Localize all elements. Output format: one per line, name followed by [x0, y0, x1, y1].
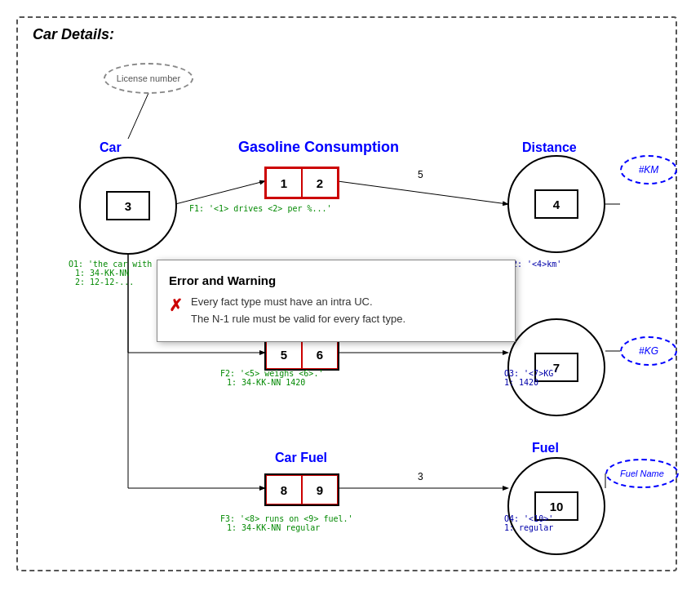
ann-o3-val: 1: 1420: [504, 378, 558, 387]
car-circle: 3: [79, 157, 177, 255]
gc-role2: 2: [302, 168, 338, 198]
cf-fact-box: 8 9: [264, 473, 339, 506]
car-details-title: Car Details:: [33, 26, 114, 43]
svg-line-2: [338, 181, 507, 204]
wt-role2: 6: [302, 340, 338, 369]
error-dialog-title: Error and Warning: [169, 273, 500, 287]
car-label: Car: [100, 140, 122, 155]
license-oval: License number: [104, 63, 193, 94]
ann-f3-val: 1: 34-KK-NN regular: [220, 523, 353, 532]
dist-entity-rect: 4: [534, 189, 578, 219]
svg-line-1: [175, 181, 264, 204]
f1-annotations: F1: '<1> drives <2> per %...': [189, 204, 332, 213]
km-oval-label: #KM: [639, 164, 659, 176]
car-entity-rect: 3: [106, 191, 150, 220]
km-oval: #KM: [620, 155, 677, 184]
fuelname-oval-label: Fuel Name: [620, 469, 664, 478]
fuel-label: Fuel: [532, 441, 559, 455]
fuelname-oval: Fuel Name: [605, 459, 679, 488]
ann-f2: F2: '<5> weighs <6>.': [220, 369, 323, 378]
error-dialog: Error and Warning ✗ Every fact type must…: [157, 260, 516, 342]
distance-circle: 4: [507, 155, 605, 253]
weight-circle: 7: [507, 318, 605, 416]
o4-annotation: O4: '<10>' 1: regular: [504, 514, 553, 532]
line-num-5: 5: [418, 169, 423, 180]
error-icon: ✗: [169, 296, 183, 315]
f2-annotations: F2: '<5> weighs <6>.' 1: 34-KK-NN 1420: [220, 369, 323, 387]
ann-f1: F1: '<1> drives <2> per %...': [189, 204, 332, 213]
cf-role2: 9: [302, 475, 338, 504]
distance-label: Distance: [522, 140, 577, 155]
error-dialog-body: ✗ Every fact type must have an intra UC.…: [169, 294, 500, 328]
error-message: Every fact type must have an intra UC. T…: [191, 294, 405, 328]
wt-fact-box: 5 6: [264, 338, 339, 371]
ann-o4: O4: '<10>': [504, 514, 553, 523]
kg-oval-label: #KG: [639, 345, 658, 357]
wt-role1: 5: [266, 340, 302, 369]
ann-f3: F3: '<8> runs on <9> fuel.': [220, 514, 353, 523]
ann-o4-val: 1: regular: [504, 523, 553, 532]
kg-oval: #KG: [620, 336, 677, 366]
fuel-circle: 10: [507, 457, 605, 555]
o3-annotation: O3: '<7>KG' 1: 1420: [504, 369, 558, 387]
gc-label: Gasoline Consumption: [238, 139, 399, 156]
svg-line-0: [128, 93, 148, 139]
f3-annotations: F3: '<8> runs on <9> fuel.' 1: 34-KK-NN …: [220, 514, 353, 532]
ann-f2-val: 1: 34-KK-NN 1420: [220, 378, 323, 387]
cf-label: Car Fuel: [275, 451, 327, 465]
main-container: Car Details: License numbe: [16, 16, 677, 571]
cf-role1: 8: [266, 475, 302, 504]
gc-role1: 1: [266, 168, 302, 198]
license-oval-label: License number: [117, 73, 180, 83]
line-num-3: 3: [418, 471, 423, 482]
gc-fact-box: 1 2: [264, 167, 339, 199]
ann-o3: O3: '<7>KG': [504, 369, 558, 378]
